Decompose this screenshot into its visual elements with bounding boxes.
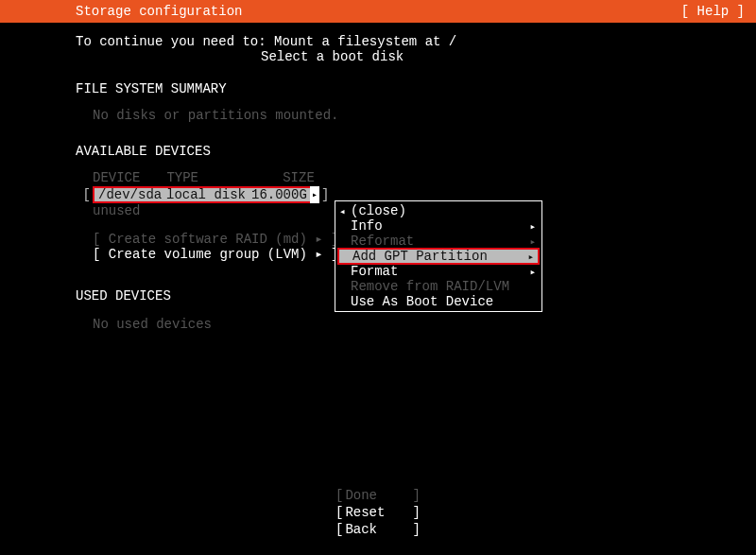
- device-context-menu: ◂ (close) Info ▸ Reformat ▸ Add GPT Part…: [335, 200, 542, 312]
- back-button[interactable]: [Back]: [335, 521, 421, 538]
- fs-summary-body: No disks or partitions mounted.: [76, 108, 756, 123]
- chevron-right-icon: ▸: [524, 251, 534, 263]
- available-devices-title: AVAILABLE DEVICES: [76, 144, 756, 159]
- menu-format[interactable]: Format ▸: [337, 264, 540, 279]
- expand-icon: ▸: [310, 186, 319, 203]
- device-column-headers: DEVICE TYPE SIZE: [76, 170, 756, 185]
- menu-use-as-boot[interactable]: Use As Boot Device: [337, 294, 540, 309]
- header-bar: Storage configuration [ Help ]: [0, 0, 756, 23]
- device-name: /dev/sda: [98, 187, 166, 202]
- menu-close[interactable]: ◂ (close): [337, 203, 540, 218]
- chevron-left-icon: ◂: [339, 205, 351, 217]
- done-button: [Done]: [335, 487, 421, 504]
- fs-summary-title: FILE SYSTEM SUMMARY: [76, 81, 756, 96]
- reset-button[interactable]: [Reset]: [335, 504, 421, 521]
- menu-add-gpt-partition[interactable]: Add GPT Partition ▸: [337, 248, 540, 265]
- bracket-open: [: [76, 187, 93, 202]
- help-button[interactable]: [ Help ]: [681, 4, 745, 19]
- used-devices-body: No used devices: [76, 317, 756, 332]
- col-type: TYPE: [166, 170, 251, 185]
- instruction-line-2: Select a boot disk: [76, 49, 756, 64]
- page-title: Storage configuration: [76, 4, 242, 19]
- footer-actions: [Done] [Reset] [Back]: [0, 487, 756, 538]
- menu-reformat: Reformat ▸: [337, 234, 540, 249]
- device-type: local disk: [166, 187, 251, 202]
- chevron-right-icon: ▸: [526, 235, 536, 248]
- instruction-line-1: To continue you need to: Mount a filesys…: [76, 34, 756, 49]
- chevron-right-icon: ▸: [526, 266, 536, 278]
- menu-remove-raid-lvm: Remove from RAID/LVM: [337, 279, 540, 294]
- col-device: DEVICE: [93, 170, 159, 185]
- instructions: To continue you need to: Mount a filesys…: [76, 34, 756, 64]
- device-size: 16.000G: [251, 187, 308, 202]
- bracket-close: ]: [319, 187, 329, 202]
- chevron-right-icon: ▸: [526, 220, 536, 233]
- menu-info[interactable]: Info ▸: [337, 218, 540, 234]
- col-size: SIZE: [260, 170, 315, 185]
